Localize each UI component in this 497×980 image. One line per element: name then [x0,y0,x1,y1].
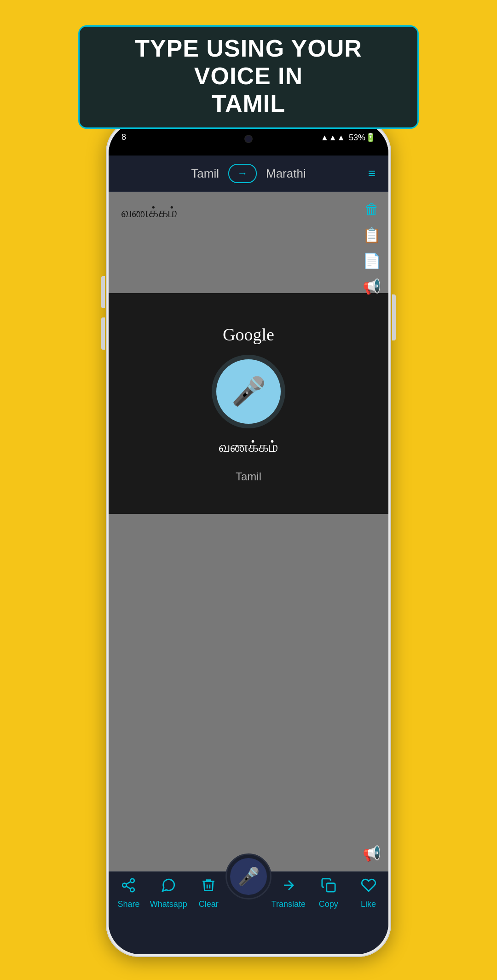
phone-shell: ▲▲▲ 53%🔋 8 Tamil → Marathi ≡ [106,120,391,957]
whatsapp-label: Whatsapp [150,899,187,909]
nav-copy[interactable]: Copy [308,877,348,909]
bottom-navigation: Share Whatsapp [109,871,388,936]
status-time: 8 [121,133,126,142]
recognized-text: வணக்கம் [219,438,278,455]
title-banner: TYPE USING YOUR VOICE IN TAMIL [78,25,419,129]
nav-translate[interactable]: Translate [268,877,308,909]
share-label: Share [117,899,139,909]
input-area[interactable]: வணக்கம் 🗑 📋 📄 📢 [109,192,388,293]
target-language-label: Marathi [266,167,306,181]
svg-point-0 [131,879,135,883]
nav-share[interactable]: Share [109,877,149,909]
svg-point-2 [131,888,135,892]
nav-clear[interactable]: Clear [189,877,229,909]
microphone-icon: 🎤 [231,375,266,408]
language-indicator: Tamil [236,470,261,483]
svg-line-3 [127,886,131,889]
like-icon [361,877,376,897]
app-header: Tamil → Marathi ≡ [109,156,388,192]
input-text: வணக்கம் [121,205,356,221]
volume-down-button [101,317,105,350]
nav-whatsapp[interactable]: Whatsapp [149,877,189,909]
signal-icon: ▲▲▲ [321,133,345,143]
clipboard-icon[interactable]: 📋 [363,226,381,244]
like-label: Like [361,899,376,909]
battery-icon: 53%🔋 [349,133,376,143]
phone-mockup: ▲▲▲ 53%🔋 8 Tamil → Marathi ≡ [106,120,391,957]
volume-up-button [101,276,105,308]
share-icon [121,877,136,897]
language-swap-button[interactable]: → [228,164,257,183]
google-title: Google [223,324,274,345]
output-speaker-icon[interactable]: 📢 [363,845,381,862]
screen-content: Tamil → Marathi ≡ வணக்கம் 🗑 📋 📄 📢 [109,156,388,936]
whatsapp-icon [161,877,176,897]
nav-like[interactable]: Like [348,877,388,909]
mic-button[interactable]: 🎤 [216,359,281,424]
google-voice-panel: Google 🎤 வணக்கம் Tamil [109,293,388,514]
center-mic-button[interactable]: 🎤 [225,853,272,899]
copy-label: Copy [319,899,338,909]
svg-point-1 [123,883,127,888]
translate-icon [281,877,296,897]
source-language-label: Tamil [191,167,219,181]
page-title: TYPE USING YOUR VOICE IN TAMIL [102,35,395,117]
speaker-icon[interactable]: 📢 [363,278,381,295]
arrow-right-icon: → [237,167,248,179]
mic-inner-circle: 🎤 [230,858,267,895]
power-button [392,294,396,340]
svg-line-4 [127,882,131,884]
delete-icon[interactable]: 🗑 [364,201,379,218]
output-side-icons: 📢 [363,845,381,862]
front-camera [244,135,253,143]
translate-label: Translate [272,899,306,909]
side-action-icons: 🗑 📋 📄 📢 [363,201,381,295]
clear-label: Clear [199,899,219,909]
menu-icon[interactable]: ≡ [368,166,376,181]
output-area: 📢 [109,514,388,871]
svg-rect-5 [326,883,335,892]
copy-nav-icon [321,877,336,897]
phone-screen: ▲▲▲ 53%🔋 8 Tamil → Marathi ≡ [109,122,388,954]
copy-icon[interactable]: 📄 [363,252,381,270]
center-mic-icon: 🎤 [238,866,260,887]
notch-pill [202,131,295,147]
clear-icon [201,877,216,897]
